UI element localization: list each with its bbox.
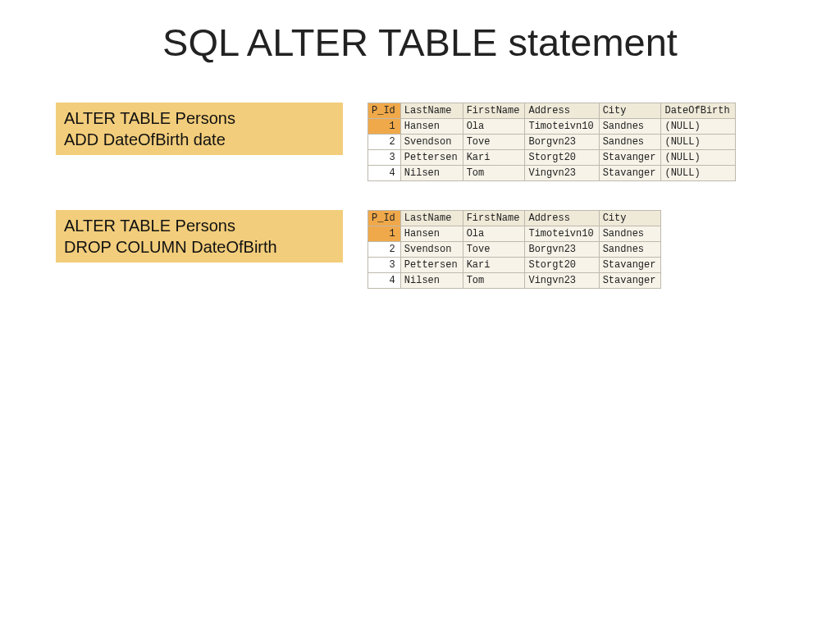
cell: Svendson [400, 242, 463, 258]
result-table-drop-column: P_Id LastName FirstName Address City 1 H… [368, 210, 661, 289]
slide-title: SQL ALTER TABLE statement [0, 20, 840, 65]
table-row: 1 Hansen Ola Timoteivn10 Sandnes [368, 226, 661, 242]
col-header: City [599, 211, 661, 226]
cell: Sandnes [599, 226, 661, 242]
cell: Nilsen [400, 273, 463, 289]
table-header-row: P_Id LastName FirstName Address City Dat… [368, 103, 736, 119]
cell: Vingvn23 [525, 166, 599, 181]
col-header: LastName [400, 211, 463, 226]
cell: 3 [368, 258, 401, 273]
col-header: FirstName [463, 211, 525, 226]
cell: Tom [463, 273, 525, 289]
cell: Hansen [400, 119, 463, 135]
cell: (NULL) [661, 150, 735, 166]
cell: Tom [463, 166, 525, 181]
table-header-row: P_Id LastName FirstName Address City [368, 211, 661, 226]
cell: Borgvn23 [525, 135, 599, 150]
cell: Storgt20 [525, 258, 599, 273]
cell: Ola [463, 119, 525, 135]
table-row: 4 Nilsen Tom Vingvn23 Stavanger (NULL) [368, 166, 736, 181]
cell: Stavanger [599, 166, 661, 181]
cell: Kari [463, 150, 525, 166]
cell: Kari [463, 258, 525, 273]
cell: 1 [368, 226, 401, 242]
cell: Pettersen [400, 150, 463, 166]
col-header: FirstName [463, 103, 525, 119]
table-row: 2 Svendson Tove Borgvn23 Sandnes (NULL) [368, 135, 736, 150]
col-header: P_Id [368, 103, 401, 119]
col-header: DateOfBirth [661, 103, 735, 119]
col-header: Address [525, 103, 599, 119]
cell: 2 [368, 242, 401, 258]
cell: Nilsen [400, 166, 463, 181]
cell: Timoteivn10 [525, 119, 599, 135]
cell: Vingvn23 [525, 273, 599, 289]
table-row: 3 Pettersen Kari Storgt20 Stavanger (NUL… [368, 150, 736, 166]
cell: Sandnes [599, 119, 661, 135]
table-row: 4 Nilsen Tom Vingvn23 Stavanger [368, 273, 661, 289]
cell: Sandnes [599, 242, 661, 258]
table-row: 3 Pettersen Kari Storgt20 Stavanger [368, 258, 661, 273]
cell: Hansen [400, 226, 463, 242]
col-header: LastName [400, 103, 463, 119]
col-header: P_Id [368, 211, 401, 226]
col-header: Address [525, 211, 599, 226]
cell: Svendson [400, 135, 463, 150]
cell: (NULL) [661, 166, 735, 181]
col-header: City [599, 103, 661, 119]
cell: Storgt20 [525, 150, 599, 166]
cell: Timoteivn10 [525, 226, 599, 242]
cell: Stavanger [599, 273, 661, 289]
cell: Borgvn23 [525, 242, 599, 258]
result-table-add-column: P_Id LastName FirstName Address City Dat… [368, 103, 736, 181]
sql-code-drop-column: ALTER TABLE Persons DROP COLUMN DateOfBi… [56, 210, 343, 262]
table-row: 1 Hansen Ola Timoteivn10 Sandnes (NULL) [368, 119, 736, 135]
cell: (NULL) [661, 119, 735, 135]
cell: 4 [368, 273, 401, 289]
cell: 3 [368, 150, 401, 166]
cell: Stavanger [599, 150, 661, 166]
table-row: 2 Svendson Tove Borgvn23 Sandnes [368, 242, 661, 258]
sql-code-add-column: ALTER TABLE Persons ADD DateOfBirth date [56, 103, 343, 155]
cell: 1 [368, 119, 401, 135]
cell: Tove [463, 135, 525, 150]
cell: Tove [463, 242, 525, 258]
cell: Sandnes [599, 135, 661, 150]
cell: Ola [463, 226, 525, 242]
cell: 4 [368, 166, 401, 181]
cell: Pettersen [400, 258, 463, 273]
cell: (NULL) [661, 135, 735, 150]
cell: Stavanger [599, 258, 661, 273]
cell: 2 [368, 135, 401, 150]
